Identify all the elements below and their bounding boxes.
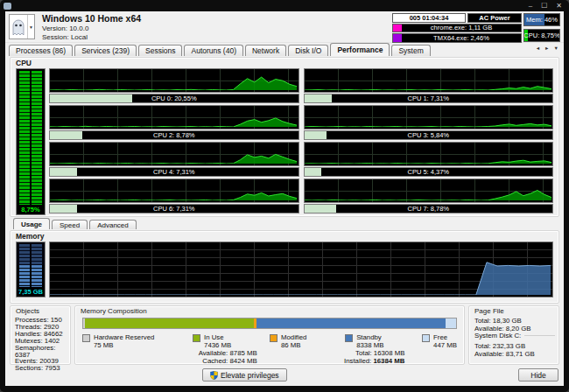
cpu7-cell: CPU 7: 8,78%	[304, 178, 554, 214]
cached-memory: Cached: 8424 MB	[161, 358, 257, 366]
main-tab-bar: Processes (86) Services (239) Sessions A…	[5, 43, 564, 56]
subtab-usage[interactable]: Usage	[13, 218, 50, 229]
cpu4-usage-bar: CPU 4: 7,31%	[49, 167, 299, 177]
power-status: AC Power	[467, 13, 522, 23]
objects-title: Objects	[16, 307, 39, 315]
top-cpu-process: TMX64.exe: 2,46%	[392, 33, 522, 43]
cpu7-graph	[304, 178, 554, 203]
elevate-privileges-button[interactable]: Elevate privileges	[202, 368, 287, 382]
ghost-icon	[10, 18, 27, 36]
tab-services[interactable]: Services (239)	[74, 45, 137, 56]
cpu6-usage-bar: CPU 6: 7,31%	[49, 204, 299, 214]
bar-segment-free	[446, 318, 456, 328]
footer-bar: Elevate privileges Hide	[5, 368, 564, 382]
cpu-meter-label: 8,75%	[17, 206, 45, 214]
chevron-down-icon: ▼	[27, 15, 34, 38]
memory-mini-graph[interactable]: Mem: 46%	[523, 13, 560, 26]
os-version: Version: 10.0.0	[42, 24, 141, 32]
cpu0-graph	[49, 68, 299, 93]
bottom-panels: Objects Processes: 150 Threads: 2920 Han…	[10, 305, 559, 365]
tab-sessions[interactable]: Sessions	[138, 45, 183, 56]
subtab-advanced[interactable]: Advanced	[89, 220, 137, 229]
cpu6-graph	[49, 178, 299, 203]
page-file-title: Page File	[474, 307, 504, 315]
tab-scroll-right-icon[interactable]: ►	[544, 46, 549, 51]
page-file-panel: Page File Total: 18,30 GB Available: 8,2…	[468, 305, 559, 365]
system-disk-available: Available: 83,71 GB	[474, 350, 555, 358]
minimize-icon[interactable]: –	[529, 2, 532, 10]
memory-graph	[49, 242, 553, 298]
system-disk-box: System Disk C: Total: 232,33 GB Availabl…	[474, 335, 555, 358]
status-cluster: 005 01:04:34 AC Power chrome.exe: 1,11 G…	[392, 13, 560, 42]
memory-meter: 7,35 GB	[16, 242, 46, 298]
hardware-reserved-swatch	[82, 334, 90, 342]
os-session: Session: Local	[42, 33, 141, 41]
modified-swatch	[270, 334, 277, 342]
maximize-icon[interactable]: ☐	[541, 2, 547, 10]
app-client-area: ▼ Windows 10 Home x64 Version: 10.0.0 Se…	[5, 11, 564, 386]
cpu5-cell: CPU 5: 4,37%	[304, 142, 554, 177]
cpu2-cell: CPU 2: 8,78%	[49, 105, 299, 140]
legend-free: Free447 MB	[422, 333, 457, 349]
installed-memory: Installed: 16384 MB	[308, 358, 404, 366]
objects-semaphores: Semaphores: 6387	[15, 345, 68, 359]
title-bar[interactable]: – ☐ ✕	[0, 0, 569, 11]
tab-processes[interactable]: Processes (86)	[9, 45, 73, 56]
window-app-icon	[4, 3, 11, 10]
system-disk-total: Total: 232,33 GB	[474, 342, 555, 350]
cpu5-usage-bar: CPU 5: 4,37%	[304, 167, 554, 177]
legend-hardware-reserved: Hardware Reserved75 MB	[82, 333, 154, 349]
bar-segment-in-use	[85, 318, 254, 328]
memory-composition-bar	[82, 318, 457, 329]
cpu0-usage-bar: CPU 0: 20,55%	[49, 94, 299, 103]
tab-disk-io[interactable]: Disk I/O	[288, 45, 328, 56]
tab-scroll-left-icon[interactable]: ◄	[536, 46, 540, 51]
cpu-graph-grid: CPU 0: 20,55% CPU 1: 7,31% CPU 2: 8,78% …	[49, 68, 553, 214]
header: ▼ Windows 10 Home x64 Version: 10.0.0 Se…	[5, 11, 564, 43]
legend-standby: Standby8338 MB	[345, 333, 383, 349]
tab-list-icon[interactable]: ▼	[554, 46, 558, 51]
app-menu-button[interactable]: ▼	[9, 14, 35, 39]
memory-meter-label: 7,35 GB	[17, 288, 45, 296]
memory-swatch	[393, 24, 402, 32]
memory-composition-panel: Memory Composition Hardware Reserved75 M…	[74, 305, 465, 365]
cpu2-usage-bar: CPU 2: 8,78%	[49, 130, 299, 140]
in-use-swatch	[193, 334, 200, 342]
tab-system[interactable]: System	[391, 45, 430, 56]
cpu4-cell: CPU 4: 7,31%	[49, 142, 299, 177]
legend-in-use: In Use7436 MB	[193, 333, 231, 349]
top-memory-process: chrome.exe: 1,11 GB	[392, 24, 522, 33]
cpu6-cell: CPU 6: 7,31%	[49, 178, 299, 214]
uac-shield-icon	[210, 371, 218, 380]
memory-group: Memory 7,35 GB	[10, 230, 559, 304]
standby-swatch	[345, 334, 353, 342]
cpu3-usage-bar: CPU 3: 5,84%	[304, 130, 554, 140]
cpu3-graph	[304, 105, 554, 130]
app-window: – ☐ ✕ ▼ Windows 10 Home x64 Version: 10.…	[0, 0, 569, 392]
uptime-clock: 005 01:04:34	[392, 13, 466, 23]
cpu-swatch	[393, 34, 402, 42]
cpu0-cell: CPU 0: 20,55%	[49, 68, 299, 103]
free-swatch	[422, 334, 430, 342]
system-disk-title: System Disk C:	[474, 332, 524, 340]
tab-autoruns[interactable]: Autoruns (40)	[184, 45, 243, 56]
os-title: Windows 10 Home x64	[42, 13, 141, 24]
cpu1-usage-bar: CPU 1: 7,31%	[304, 94, 554, 103]
objects-panel: Objects Processes: 150 Threads: 2920 Han…	[10, 305, 71, 365]
tab-performance[interactable]: Performance	[330, 43, 390, 56]
hide-button[interactable]: Hide	[518, 368, 558, 382]
legend-modified: Modified86 MB	[270, 333, 306, 349]
memory-group-title: Memory	[16, 232, 45, 241]
cpu-mini-graph[interactable]: CPU: 8,75%	[523, 29, 560, 42]
subtab-speed[interactable]: Speed	[52, 220, 88, 229]
bar-segment-standby	[256, 318, 446, 328]
cpu-group-title: CPU	[16, 59, 32, 67]
cpu2-graph	[49, 105, 299, 130]
cpu1-graph	[304, 68, 554, 93]
tab-network[interactable]: Network	[245, 45, 286, 56]
cpu1-cell: CPU 1: 7,31%	[304, 68, 554, 103]
cpu-meter: 8,75%	[16, 68, 46, 215]
cpu5-graph	[304, 142, 554, 166]
memory-composition-title: Memory Composition	[81, 307, 147, 315]
close-icon[interactable]: ✕	[556, 2, 562, 10]
